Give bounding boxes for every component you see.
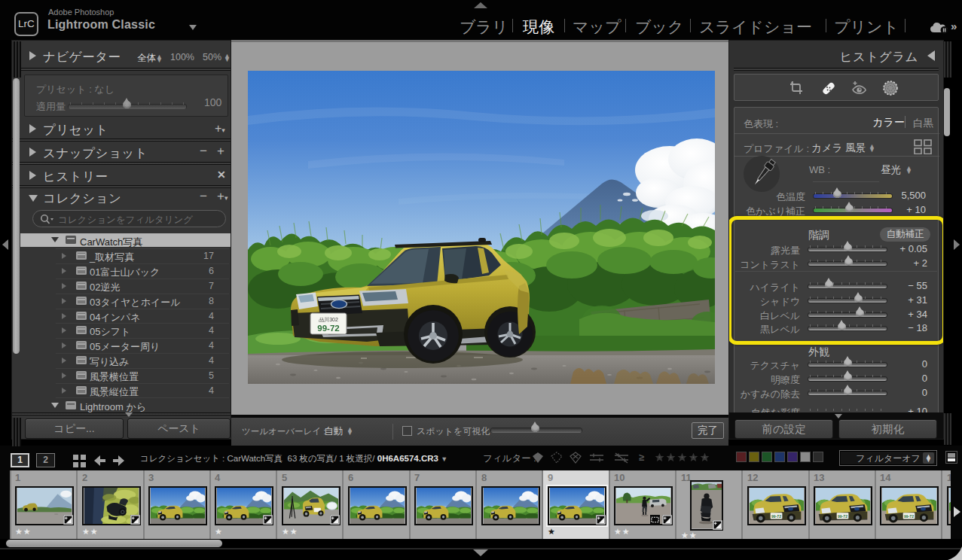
svg-text:品川302: 品川302 (319, 317, 338, 323)
svg-text:99-72: 99-72 (317, 324, 339, 333)
